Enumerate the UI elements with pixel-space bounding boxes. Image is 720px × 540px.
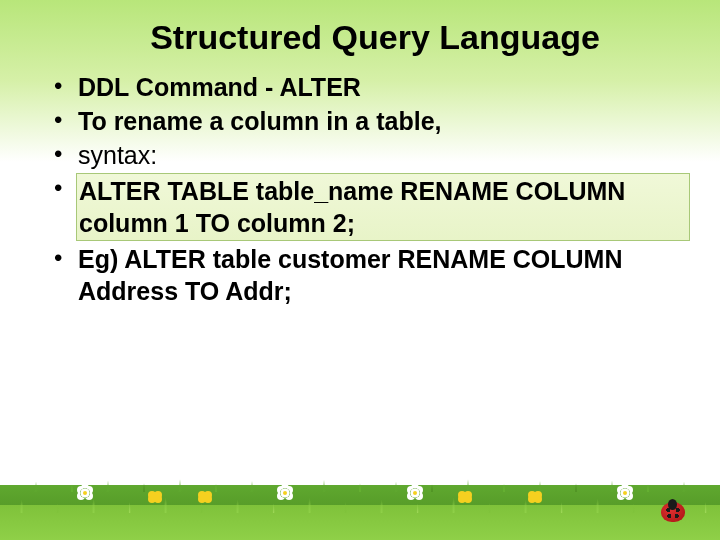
flower-icon [620,488,630,498]
flower-icon [280,488,290,498]
ladybug-icon [661,502,685,522]
flower-icon [150,492,160,502]
bullet-text: To rename a column in a table, [78,107,442,135]
bullet-item: syntax: [54,139,690,171]
slide-title: Structured Query Language [60,18,690,57]
flower-icon [460,492,470,502]
grass-decoration [0,440,720,540]
flower-icon [200,492,210,502]
syntax-highlight-box: ALTER TABLE table_name RENAME COLUMN col… [76,173,690,241]
bullet-item: DDL Command - ALTER [54,71,690,103]
bullet-item: To rename a column in a table, [54,105,690,137]
bullet-list: DDL Command - ALTER To rename a column i… [30,71,690,307]
slide-container: Structured Query Language DDL Command - … [0,0,720,540]
flower-icon [530,492,540,502]
bullet-item: ALTER TABLE table_name RENAME COLUMN col… [54,173,690,241]
grass-front-layer [0,505,720,540]
bullet-item: Eg) ALTER table customer RENAME COLUMN A… [54,243,690,307]
bullet-text: Eg) ALTER table customer RENAME COLUMN A… [78,245,622,305]
bullet-text: DDL Command - ALTER [78,73,361,101]
flower-icon [80,488,90,498]
flower-icon [410,488,420,498]
bullet-text: syntax: [78,141,157,169]
